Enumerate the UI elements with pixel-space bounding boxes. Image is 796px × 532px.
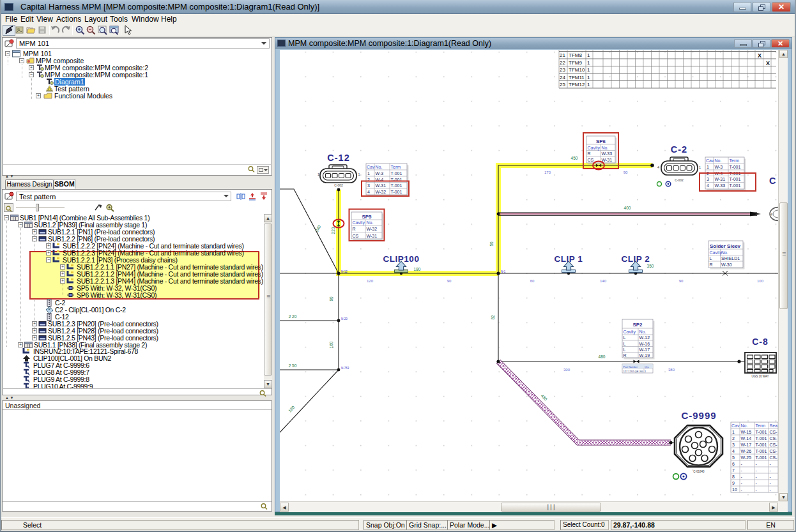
svg-text:5: 5 <box>732 455 735 460</box>
svg-text:90: 90 <box>447 279 452 283</box>
svg-text:2: 2 <box>732 436 735 441</box>
svg-text:TFM9: TFM9 <box>569 60 582 66</box>
svg-text:SP6: SP6 <box>596 139 606 144</box>
svg-text:R: R <box>588 151 591 156</box>
svg-text:1: 1 <box>587 75 590 80</box>
svg-text:450: 450 <box>571 156 578 160</box>
svg-text:127 1292-QE J60: 127 1292-QE J60 <box>624 370 644 373</box>
svg-text:No.: No. <box>376 165 383 169</box>
svg-text:W-31: W-31 <box>367 234 378 238</box>
svg-text:Cav: Cav <box>731 423 740 428</box>
svg-text:TFM12: TFM12 <box>569 82 585 87</box>
svg-text:CLIP 2: CLIP 2 <box>622 254 650 264</box>
svg-text:W-31: W-31 <box>376 183 387 188</box>
svg-text:23: 23 <box>560 67 565 73</box>
svg-text:Cavity: Cavity <box>710 250 723 255</box>
svg-text:400: 400 <box>624 206 631 210</box>
svg-text:4: 4 <box>367 190 370 194</box>
svg-text:7: 7 <box>732 468 735 473</box>
svg-text:T-001: T-001 <box>730 177 741 181</box>
svg-text:W-32: W-32 <box>367 227 378 231</box>
svg-text:1: 1 <box>699 165 701 169</box>
svg-text:CS-: CS- <box>770 430 778 434</box>
svg-text:C-8: C-8 <box>752 337 769 347</box>
svg-text:W-31: W-31 <box>602 158 613 162</box>
svg-text:W-30: W-30 <box>721 262 732 267</box>
svg-text:W-19: W-19 <box>639 353 650 358</box>
svg-text:W-17: W-17 <box>639 347 650 352</box>
svg-text:8: 8 <box>732 475 735 479</box>
svg-text:2 20: 2 20 <box>289 314 297 319</box>
svg-text:TFM8: TFM8 <box>569 52 582 58</box>
svg-text:4: 4 <box>657 165 659 169</box>
svg-text:140: 140 <box>600 279 607 283</box>
svg-text:C-12: C-12 <box>327 153 349 163</box>
svg-text:T-001: T-001 <box>756 455 767 460</box>
svg-text:W-15: W-15 <box>741 430 752 434</box>
svg-text:Term: Term <box>730 158 740 163</box>
svg-text:T-001: T-001 <box>391 183 402 188</box>
svg-text:N-20: N-20 <box>341 317 348 321</box>
svg-text:C-2: C-2 <box>671 144 687 155</box>
svg-text:No.: No. <box>721 250 728 255</box>
svg-text:W-17: W-17 <box>741 443 752 447</box>
svg-text:480: 480 <box>599 354 606 359</box>
svg-text:25: 25 <box>560 82 565 87</box>
svg-text:No.: No. <box>741 423 748 428</box>
svg-text:22: 22 <box>560 60 565 66</box>
svg-text:170: 170 <box>544 171 551 174</box>
svg-text:W-3: W-3 <box>715 165 723 169</box>
svg-text:Cav: Cav <box>706 158 714 163</box>
svg-text:W-33: W-33 <box>602 151 613 156</box>
svg-text:9: 9 <box>732 481 735 485</box>
svg-text:CS: CS <box>588 158 594 162</box>
svg-text:SP5: SP5 <box>362 214 372 220</box>
svg-text:1: 1 <box>707 165 709 169</box>
svg-text:No.: No. <box>602 146 609 150</box>
svg-text:Term: Term <box>756 423 766 428</box>
svg-text:60: 60 <box>530 279 535 283</box>
svg-text:Sea: Sea <box>770 423 778 428</box>
svg-text:180: 180 <box>414 267 421 271</box>
svg-text:SP2: SP2 <box>632 322 643 328</box>
svg-text:1: 1 <box>587 82 590 87</box>
svg-text:W-25: W-25 <box>741 455 752 460</box>
svg-text:CS: CS <box>353 234 359 238</box>
svg-text:3: 3 <box>707 177 709 181</box>
svg-text:L: L <box>624 347 626 352</box>
svg-text:10: 10 <box>732 487 737 492</box>
svg-text:N-1: N-1 <box>501 270 506 273</box>
svg-text:4: 4 <box>770 213 772 217</box>
svg-text:Cavity: Cavity <box>624 330 636 335</box>
svg-text:No.: No. <box>367 220 374 225</box>
svg-text:300: 300 <box>563 368 570 372</box>
svg-text:L: L <box>624 335 626 340</box>
svg-text:21: 21 <box>560 52 565 58</box>
svg-text:UGS 16 WAY: UGS 16 WAY <box>751 375 769 378</box>
svg-text:1: 1 <box>318 172 319 176</box>
svg-text:SHIELD1: SHIELD1 <box>721 256 740 261</box>
svg-text:1: 1 <box>587 67 590 73</box>
svg-text:C-002: C-002 <box>334 183 343 187</box>
svg-text:100: 100 <box>757 279 764 283</box>
svg-text:90: 90 <box>679 279 684 283</box>
svg-text:T-001: T-001 <box>756 430 767 434</box>
svg-text:82: 82 <box>491 315 495 320</box>
svg-text:C: C <box>769 176 776 186</box>
svg-text:R: R <box>624 353 627 358</box>
svg-text:24: 24 <box>560 75 565 80</box>
svg-text:T-001: T-001 <box>730 165 741 169</box>
svg-text:X: X <box>758 52 762 59</box>
svg-text:N-753: N-753 <box>341 367 349 370</box>
svg-text:Cavity: Cavity <box>353 220 365 225</box>
svg-text:Cav: Cav <box>367 165 375 169</box>
svg-text:120: 120 <box>367 279 374 283</box>
svg-text:CLIP 1: CLIP 1 <box>555 254 583 264</box>
svg-text:T-001: T-001 <box>756 449 767 453</box>
svg-text:W-32: W-32 <box>376 190 387 194</box>
svg-text:1: 1 <box>587 60 590 66</box>
svg-text:W-16: W-16 <box>639 342 650 346</box>
svg-text:1: 1 <box>367 171 370 176</box>
svg-text:W-26: W-26 <box>741 449 752 453</box>
svg-text:L: L <box>710 256 712 261</box>
